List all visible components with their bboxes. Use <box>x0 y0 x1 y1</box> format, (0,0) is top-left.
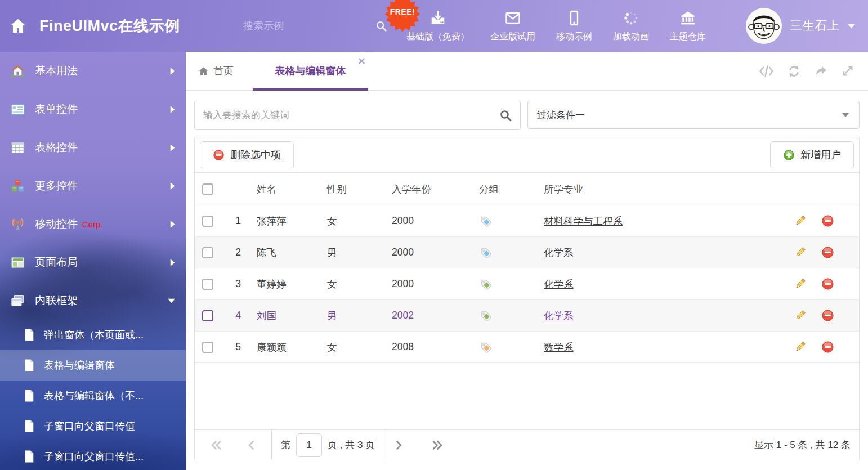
row-number: 3 <box>220 278 245 290</box>
chevron-right-icon <box>169 220 176 229</box>
layout-icon <box>10 255 25 270</box>
col-gender-header[interactable]: 性别 <box>316 182 381 196</box>
cell-year: 2008 <box>381 341 468 353</box>
sidebar-subitem[interactable]: 表格与编辑窗体 <box>0 350 186 381</box>
major-link[interactable]: 化学系 <box>544 279 574 290</box>
keyword-search-input[interactable] <box>195 101 520 129</box>
tab-home[interactable]: 首页 <box>196 52 236 90</box>
bank-icon <box>679 10 696 26</box>
user-menu[interactable]: 三生石上 <box>746 8 856 44</box>
table-row[interactable]: 4刘国男2002化学系 <box>195 300 859 332</box>
filter-dropdown[interactable]: 过滤条件一 <box>527 101 860 129</box>
edit-row-button[interactable] <box>794 214 807 227</box>
chevron-right-icon <box>169 258 176 267</box>
sidebar-subitem[interactable]: 弹出窗体（本页面或... <box>0 320 186 350</box>
open-new-window-button[interactable] <box>814 64 828 78</box>
sidebar-item-home-color[interactable]: 基本用法 <box>0 52 186 90</box>
col-year-header[interactable]: 入学年份 <box>381 182 468 196</box>
table-row[interactable]: 2陈飞男2000化学系 <box>195 237 859 268</box>
chevron-right-icon <box>169 144 176 152</box>
maximize-button[interactable] <box>841 64 854 78</box>
grid-toolbar: 删除选中项 新增用户 <box>195 137 859 173</box>
keyword-search-box <box>194 101 521 130</box>
sidebar-item-frames[interactable]: 内联框架 <box>0 281 186 320</box>
sidebar-item-table[interactable]: 表格控件 <box>0 128 186 167</box>
next-page-button[interactable] <box>396 440 402 450</box>
divider <box>271 430 272 460</box>
plus-circle-icon <box>783 149 795 161</box>
edit-row-button[interactable] <box>794 246 807 259</box>
header-nav-envelope[interactable]: 企业版试用 <box>490 10 535 43</box>
page-number-input[interactable] <box>296 433 322 457</box>
username: 三生石上 <box>790 17 839 34</box>
sidebar-item-label: 页面布局 <box>35 255 78 270</box>
nav-label: 移动示例 <box>556 31 592 43</box>
col-major-header[interactable]: 所学专业 <box>533 182 776 196</box>
sidebar-item-form[interactable]: 表单控件 <box>0 90 186 128</box>
frames-icon <box>10 293 25 308</box>
header-nav-bank[interactable]: 主题仓库 <box>670 10 706 43</box>
row-checkbox[interactable] <box>202 310 213 321</box>
row-checkbox[interactable] <box>202 279 213 290</box>
sidebar-subitem[interactable]: 子窗口向父窗口传值... <box>0 441 186 470</box>
row-checkbox[interactable] <box>202 216 213 227</box>
nav-label: 加载动画 <box>613 31 649 43</box>
last-page-button[interactable] <box>432 440 443 450</box>
delete-row-button[interactable] <box>821 277 834 290</box>
edit-row-button[interactable] <box>794 309 807 322</box>
sidebar-item-antenna[interactable]: 移动控件Corp. <box>0 205 186 243</box>
prev-page-button[interactable] <box>248 440 254 450</box>
close-icon[interactable] <box>359 58 365 64</box>
delete-row-button[interactable] <box>821 246 834 259</box>
major-link[interactable]: 数学系 <box>544 342 574 353</box>
sidebar-subitem[interactable]: 子窗口向父窗口传值 <box>0 411 186 441</box>
header-nav-mobile[interactable]: 移动示例 <box>556 10 592 43</box>
major-link[interactable]: 材料科学与工程系 <box>544 216 623 227</box>
add-user-button[interactable]: 新增用户 <box>770 141 854 168</box>
view-source-button[interactable] <box>759 65 774 78</box>
antenna-icon <box>10 217 25 232</box>
first-page-button[interactable] <box>211 440 222 450</box>
file-icon <box>24 328 35 342</box>
edit-row-button[interactable] <box>794 341 807 353</box>
nav-label: 企业版试用 <box>490 31 535 43</box>
select-all-checkbox[interactable] <box>202 183 213 195</box>
tag-icon <box>468 214 533 227</box>
refresh-button[interactable] <box>787 64 801 78</box>
delete-row-button[interactable] <box>821 214 834 227</box>
app-window: FineUIMvc在线示例 FREE! 基础版（免费）企业版试用移动示例加载动画… <box>0 0 868 470</box>
sidebar-item-layout[interactable]: 页面布局 <box>0 243 186 281</box>
col-group-header[interactable]: 分组 <box>468 182 533 196</box>
cell-gender: 女 <box>316 214 381 228</box>
caret-down-icon <box>841 111 850 118</box>
sidebar-item-cubes[interactable]: 更多控件 <box>0 167 186 205</box>
table-row[interactable]: 3董婷婷女2000化学系 <box>195 268 859 300</box>
header-search-input[interactable] <box>242 20 375 33</box>
edit-row-button[interactable] <box>794 277 807 290</box>
cell-gender: 男 <box>316 309 381 323</box>
corp-badge: Corp. <box>82 220 103 229</box>
sidebar-subitem[interactable]: 表格与编辑窗体（不... <box>0 381 186 411</box>
major-link[interactable]: 化学系 <box>544 310 574 321</box>
row-checkbox[interactable] <box>202 247 213 258</box>
sidebar-subitem-label: 表格与编辑窗体 <box>44 359 115 372</box>
delete-selected-button[interactable]: 删除选中项 <box>200 141 294 168</box>
table-row[interactable]: 5康颖颖女2008数学系 <box>195 332 859 363</box>
download-icon <box>429 10 446 26</box>
table-row[interactable]: 1张萍萍女2000材料科学与工程系 <box>195 205 859 237</box>
main-content: 首页 表格与编辑窗体 过滤条件一 <box>186 52 868 470</box>
tab-label: 表格与编辑窗体 <box>275 64 346 78</box>
delete-row-button[interactable] <box>821 341 834 353</box>
tab-grid-edit-window[interactable]: 表格与编辑窗体 <box>253 52 368 90</box>
col-name-header[interactable]: 姓名 <box>245 182 316 196</box>
cell-gender: 男 <box>316 246 381 259</box>
header-nav-spinner[interactable]: 加载动画 <box>613 10 649 43</box>
chevron-right-icon <box>169 182 176 190</box>
header-nav-download[interactable]: 基础版（免费） <box>406 10 469 43</box>
grid-header-row: 姓名性别入学年份分组所学专业 <box>195 173 859 205</box>
delete-row-button[interactable] <box>821 309 834 322</box>
home-icon[interactable] <box>9 17 27 35</box>
major-link[interactable]: 化学系 <box>544 247 574 258</box>
row-checkbox[interactable] <box>202 342 213 353</box>
search-icon[interactable] <box>499 109 512 122</box>
